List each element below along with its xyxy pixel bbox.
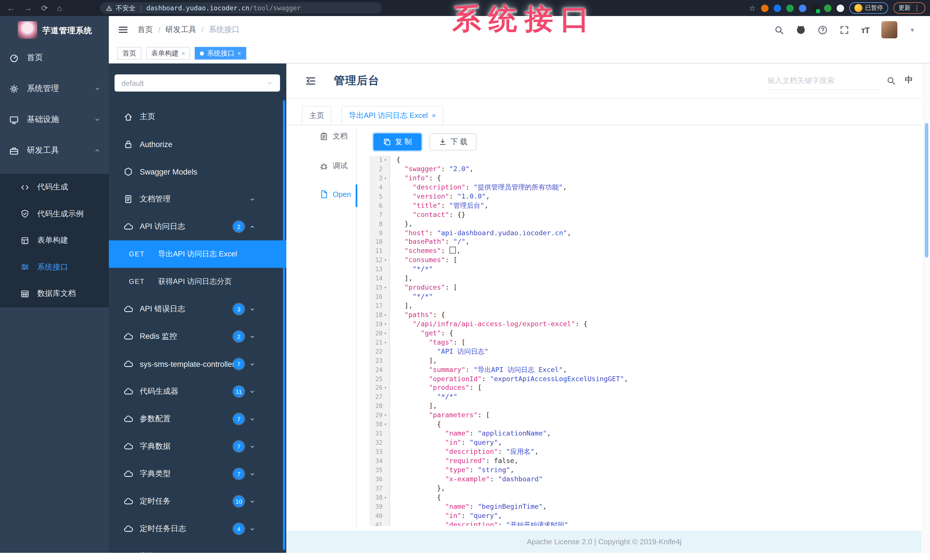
sidebar-item-基础设施[interactable]: 基础设施 bbox=[0, 104, 109, 135]
line-gutter[interactable]: 24 bbox=[370, 365, 390, 374]
doc-tab-close-icon[interactable]: × bbox=[432, 112, 436, 120]
fold-icon[interactable]: ▾ bbox=[383, 411, 388, 420]
line-gutter[interactable]: 37 bbox=[370, 484, 390, 493]
breadcrumb-item[interactable]: 系统接口 bbox=[209, 25, 240, 35]
line-gutter[interactable]: 27 bbox=[370, 393, 390, 402]
line-gutter[interactable]: 17 bbox=[370, 302, 390, 311]
api-menu-Redis 监控[interactable]: Redis 监控2 bbox=[109, 323, 286, 350]
line-gutter[interactable]: 41 bbox=[370, 520, 390, 526]
sidebar-subitem-系统接口[interactable]: 系统接口 bbox=[0, 254, 109, 281]
language-icon[interactable]: 中 bbox=[905, 75, 913, 85]
tag-系统接口[interactable]: 系统接口× bbox=[195, 47, 246, 60]
line-gutter[interactable]: 29▾ bbox=[370, 411, 390, 420]
line-gutter[interactable]: 33 bbox=[370, 448, 390, 457]
doc-tab-主页[interactable]: 主页 bbox=[302, 106, 331, 125]
api-endpoint-导出API 访问日志 Excel[interactable]: GET导出API 访问日志 Excel bbox=[109, 240, 286, 268]
search-icon[interactable] bbox=[774, 25, 784, 35]
api-menu-字典类型[interactable]: 字典类型7 bbox=[109, 460, 286, 488]
reload-button[interactable]: ⟳ bbox=[41, 3, 48, 12]
ext-orange[interactable] bbox=[761, 4, 768, 12]
api-menu-Authorize[interactable]: Authorize bbox=[109, 130, 286, 158]
fold-icon[interactable]: ▾ bbox=[383, 311, 388, 320]
line-gutter[interactable]: 22 bbox=[370, 347, 390, 356]
ext-green-leaf[interactable] bbox=[824, 4, 831, 12]
ext-blue-grid[interactable] bbox=[799, 4, 806, 12]
api-menu-Swagger Models[interactable]: Swagger Models bbox=[109, 158, 286, 186]
line-gutter[interactable]: 8 bbox=[370, 219, 390, 229]
api-endpoint-获得API 访问日志分页[interactable]: GET获得API 访问日志分页 bbox=[109, 268, 286, 295]
api-menu-sys-sms-template-controller[interactable]: sys-sms-template-controller7 bbox=[109, 350, 286, 378]
line-gutter[interactable]: 12▾ bbox=[370, 256, 390, 265]
line-gutter[interactable]: 2 bbox=[370, 165, 390, 174]
line-gutter[interactable]: 6 bbox=[370, 201, 390, 210]
fold-icon[interactable]: ▾ bbox=[383, 493, 388, 502]
ext-green-check[interactable] bbox=[786, 4, 793, 12]
fold-icon[interactable]: ▾ bbox=[383, 283, 388, 293]
fold-icon[interactable]: ▾ bbox=[383, 174, 388, 183]
json-code-editor[interactable]: 1▾{2 "swagger": "2.0",3▾ "info": {4 "des… bbox=[370, 156, 920, 526]
line-gutter[interactable]: 26▾ bbox=[370, 384, 390, 393]
line-gutter[interactable]: 31 bbox=[370, 429, 390, 439]
doc-tab-导出API 访问日志 Excel[interactable]: 导出API 访问日志 Excel× bbox=[341, 106, 443, 125]
fold-icon[interactable]: ▾ bbox=[383, 384, 388, 393]
ext-github[interactable] bbox=[811, 4, 819, 12]
line-gutter[interactable]: 36 bbox=[370, 475, 390, 484]
api-menu-代码生成器[interactable]: 代码生成器11 bbox=[109, 378, 286, 405]
line-gutter[interactable]: 21▾ bbox=[370, 338, 390, 347]
tag-close-icon[interactable]: × bbox=[182, 50, 185, 57]
line-gutter[interactable]: 35 bbox=[370, 466, 390, 475]
line-gutter[interactable]: 11 bbox=[370, 247, 390, 256]
tag-表单构建[interactable]: 表单构建× bbox=[146, 47, 190, 60]
ext-white-star[interactable] bbox=[836, 4, 844, 12]
api-menu-API 错误日志[interactable]: API 错误日志3 bbox=[109, 295, 286, 323]
update-pill[interactable]: 更新 ⋮ bbox=[893, 2, 925, 14]
fullscreen-icon[interactable] bbox=[839, 25, 849, 35]
line-gutter[interactable]: 34 bbox=[370, 457, 390, 466]
forward-button[interactable]: → bbox=[24, 3, 32, 12]
sidebar-subitem-表单构建[interactable]: 表单构建 bbox=[0, 227, 109, 254]
sidebar-item-研发工具[interactable]: 研发工具 bbox=[0, 135, 109, 166]
line-gutter[interactable]: 5 bbox=[370, 192, 390, 201]
fold-icon[interactable]: ▾ bbox=[383, 329, 388, 338]
copy-button[interactable]: 复 制 bbox=[373, 133, 422, 150]
home-button[interactable]: ⌂ bbox=[57, 3, 62, 12]
line-gutter[interactable]: 10 bbox=[370, 238, 390, 247]
line-gutter[interactable]: 23 bbox=[370, 356, 390, 365]
api-menu-岗位[interactable]: 岗位 bbox=[109, 543, 286, 553]
line-gutter[interactable]: 15▾ bbox=[370, 283, 390, 293]
fold-icon[interactable]: ▾ bbox=[383, 420, 388, 429]
line-gutter[interactable]: 38▾ bbox=[370, 493, 390, 502]
fold-icon[interactable]: ▾ bbox=[383, 256, 388, 265]
user-avatar[interactable] bbox=[881, 21, 898, 38]
profile-paused-pill[interactable]: 已暂停 bbox=[849, 2, 888, 14]
doc-nav-文档[interactable]: 文档 bbox=[320, 131, 348, 141]
line-gutter[interactable]: 32 bbox=[370, 439, 390, 448]
sidebar-item-系统管理[interactable]: 系统管理 bbox=[0, 73, 109, 104]
sidebar-subitem-数据库文档[interactable]: 数据库文档 bbox=[0, 281, 109, 307]
doc-search-icon[interactable] bbox=[887, 76, 896, 85]
breadcrumb-item[interactable]: 首页 bbox=[137, 25, 153, 35]
sidebar-toggle-icon[interactable] bbox=[118, 25, 128, 35]
line-gutter[interactable]: 3▾ bbox=[370, 174, 390, 183]
line-gutter[interactable]: 1▾ bbox=[370, 156, 390, 165]
line-gutter[interactable]: 28 bbox=[370, 402, 390, 411]
fold-icon[interactable]: ▾ bbox=[383, 156, 388, 165]
breadcrumb-item[interactable]: 研发工具 bbox=[165, 25, 196, 35]
api-menu-主页[interactable]: 主页 bbox=[109, 103, 286, 130]
line-gutter[interactable]: 40 bbox=[370, 511, 390, 520]
sidebar-item-首页[interactable]: 首页 bbox=[0, 42, 109, 73]
api-menu-API 访问日志[interactable]: API 访问日志2 bbox=[109, 213, 286, 240]
sidebar-scrollbar-thumb[interactable] bbox=[283, 100, 285, 550]
tag-close-icon[interactable]: × bbox=[237, 50, 241, 57]
line-gutter[interactable]: 13 bbox=[370, 265, 390, 275]
avatar-caret-icon[interactable]: ▼ bbox=[909, 27, 915, 33]
help-icon[interactable] bbox=[818, 25, 827, 35]
github-icon[interactable] bbox=[796, 25, 805, 35]
line-gutter[interactable]: 9 bbox=[370, 229, 390, 238]
line-gutter[interactable]: 39 bbox=[370, 502, 390, 511]
api-menu-字典数据[interactable]: 字典数据7 bbox=[109, 433, 286, 460]
line-gutter[interactable]: 14 bbox=[370, 274, 390, 283]
sidebar-subitem-代码生成示例[interactable]: 代码生成示例 bbox=[0, 201, 109, 227]
address-bar[interactable]: 不安全 | dashboard.yudao.iocoder.cn/tool/sw… bbox=[100, 2, 382, 14]
line-gutter[interactable]: 19▾ bbox=[370, 320, 390, 329]
